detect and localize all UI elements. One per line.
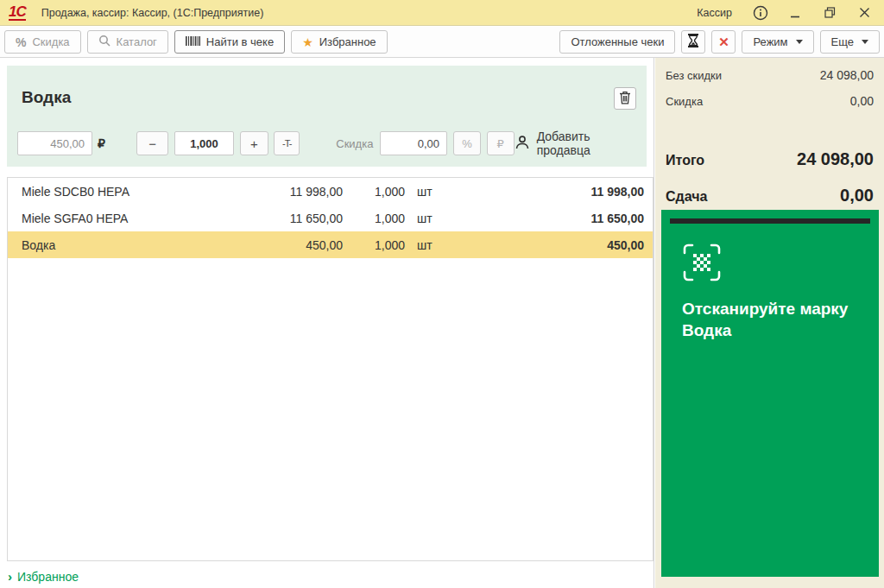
app-window: 1С Продажа, кассир: Кассир, (1С:Предприя…: [0, 0, 884, 588]
total-label: Итого: [666, 153, 704, 168]
quantity-input[interactable]: 1,000: [174, 131, 233, 155]
item-total: 450,00: [458, 238, 653, 252]
chevron-right-icon: ›: [8, 569, 12, 584]
deferred-receipts-button[interactable]: Отложенные чеки: [559, 30, 675, 54]
change-label: Сдача: [666, 189, 707, 205]
discount-button[interactable]: % Скидка: [4, 30, 81, 54]
item-unit: шт: [405, 238, 458, 252]
discount-total-label: Скидка: [666, 95, 703, 108]
percent-icon: %: [16, 35, 26, 49]
change-value: 0,00: [840, 186, 874, 205]
item-total: 11 650,00: [458, 212, 653, 225]
receipt-row[interactable]: Miele SGFA0 HEPA 11 650,00 1,000 шт 11 6…: [8, 205, 653, 231]
item-quantity: 1,000: [343, 185, 405, 199]
current-item-panel: Водка 450,00 ₽ − 1,000 + -T- Скидка 0,00…: [7, 66, 647, 167]
favorites-expander[interactable]: › Избранное: [8, 569, 79, 584]
info-icon[interactable]: [749, 3, 772, 22]
no-discount-value: 24 098,00: [820, 68, 874, 82]
chevron-down-icon: [862, 40, 868, 44]
receipt-row[interactable]: Водка 450,00 1,000 шт 450,00: [8, 231, 653, 258]
window-title: Продажа, кассир: Кассир, (1С:Предприятие…: [41, 7, 264, 19]
item-quantity: 1,000: [343, 212, 405, 225]
currency-label: ₽: [98, 136, 105, 150]
item-total: 11 998,00: [458, 185, 653, 199]
user-label: Кассир: [697, 7, 732, 19]
add-seller-button[interactable]: Добавить продавца: [515, 130, 638, 157]
mode-button[interactable]: Режим: [742, 30, 813, 54]
minimize-button[interactable]: [784, 3, 806, 22]
discount-row: Скидка 0,00: [666, 94, 874, 120]
receipt-row[interactable]: Miele SDCB0 HEPA 11 998,00 1,000 шт 11 9…: [8, 178, 653, 205]
item-quantity: 1,000: [343, 238, 405, 252]
search-icon: [98, 35, 110, 49]
trash-icon: [619, 91, 631, 107]
add-seller-label: Добавить продавца: [537, 130, 638, 157]
hourglass-button[interactable]: [681, 30, 705, 54]
find-in-receipt-button[interactable]: Найти в чеке: [174, 30, 285, 54]
quantity-edit-button[interactable]: -T-: [274, 131, 300, 155]
catalog-button[interactable]: Каталог: [87, 30, 168, 54]
close-button[interactable]: [853, 3, 875, 22]
current-item-title: Водка: [22, 88, 71, 107]
toolbar: % Скидка Каталог Найти в чеке ★ Избранно…: [0, 27, 884, 58]
item-controls: 450,00 ₽ − 1,000 + -T- Скидка 0,00 % ₽ Д…: [17, 130, 638, 156]
price-input[interactable]: 450,00: [17, 131, 92, 155]
item-unit: шт: [405, 185, 458, 199]
barcode-icon: [186, 35, 200, 49]
discount-label: Скидка: [336, 137, 373, 150]
discount-total-value: 0,00: [850, 94, 874, 108]
find-in-receipt-label: Найти в чеке: [206, 35, 274, 48]
more-button[interactable]: Еще: [820, 30, 880, 54]
item-name: Miele SGFA0 HEPA: [8, 212, 239, 225]
favorites-button[interactable]: ★ Избранное: [291, 30, 387, 54]
no-discount-row: Без скидки 24 098,00: [666, 68, 874, 94]
catalog-button-label: Каталог: [117, 35, 157, 48]
discount-input[interactable]: 0,00: [380, 131, 447, 155]
datamatrix-scan-icon: [682, 243, 722, 286]
hourglass-icon: [687, 34, 699, 50]
total-value: 24 098,00: [797, 149, 874, 169]
scan-instruction-text: Отсканируйте марку Водка: [682, 299, 863, 341]
item-name: Miele SDCB0 HEPA: [8, 185, 239, 199]
deferred-receipts-label: Отложенные чеки: [571, 35, 664, 48]
total-row: Итого 24 098,00: [666, 149, 874, 184]
item-price: 11 998,00: [239, 185, 343, 199]
star-icon: ★: [302, 35, 313, 49]
favorites-button-label: Избранное: [319, 35, 376, 48]
quantity-increase-button[interactable]: +: [240, 131, 269, 155]
discount-percent-button[interactable]: %: [453, 131, 481, 155]
main-area: Водка 450,00 ₽ − 1,000 + -T- Скидка 0,00…: [0, 58, 654, 588]
quantity-decrease-button[interactable]: −: [136, 131, 168, 155]
delete-item-button[interactable]: [614, 87, 636, 110]
mode-button-label: Режим: [753, 35, 787, 48]
discount-ruble-button[interactable]: ₽: [487, 131, 515, 155]
discount-button-label: Скидка: [32, 35, 69, 48]
item-unit: шт: [405, 212, 458, 225]
no-discount-label: Без скидки: [666, 69, 722, 82]
totals-panel: Без скидки 24 098,00 Скидка 0,00 Итого 2…: [655, 58, 884, 588]
favorites-expander-label: Избранное: [17, 570, 79, 584]
scan-mark-panel: Отсканируйте марку Водка: [661, 210, 879, 577]
more-button-label: Еще: [831, 35, 854, 48]
cancel-receipt-button[interactable]: ✕: [711, 30, 736, 54]
chevron-down-icon: [796, 40, 803, 44]
red-x-icon: ✕: [718, 35, 729, 50]
receipt-table: Miele SDCB0 HEPA 11 998,00 1,000 шт 11 9…: [7, 177, 654, 561]
restore-button[interactable]: [818, 3, 841, 22]
scan-progress-bar: [670, 218, 870, 224]
person-icon: [515, 135, 530, 153]
item-price: 450,00: [239, 238, 343, 252]
titlebar: 1С Продажа, кассир: Кассир, (1С:Предприя…: [0, 0, 884, 26]
item-price: 11 650,00: [239, 212, 343, 225]
1c-logo-icon: 1С: [9, 4, 26, 22]
item-name: Водка: [8, 238, 239, 252]
